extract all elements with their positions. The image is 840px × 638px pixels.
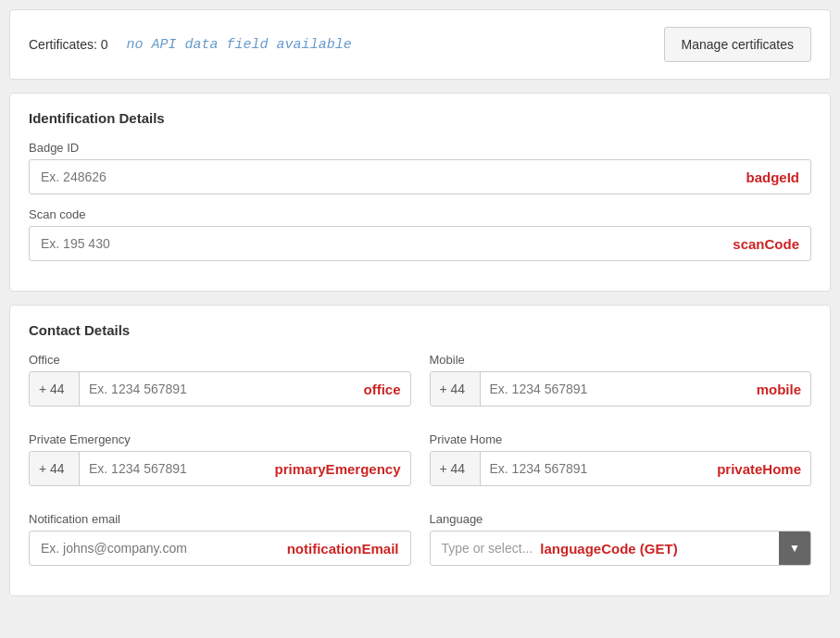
private-emergency-phone-wrapper: + 44 primaryEmergency	[29, 451, 411, 486]
language-select-inner: Type or select... languageCode (GET)	[431, 541, 780, 557]
office-api-label: office	[363, 382, 400, 397]
identification-section: Identification Details Badge ID badgeId …	[9, 93, 831, 292]
badge-id-group: Badge ID badgeId	[29, 141, 811, 194]
scan-code-label: Scan code	[29, 207, 811, 221]
mobile-phone-inner[interactable]: mobile	[481, 382, 811, 397]
private-home-group: Private Home + 44 privateHome	[430, 432, 812, 486]
manage-certificates-button[interactable]: Manage certificates	[664, 27, 811, 62]
language-dropdown-arrow[interactable]: ▼	[779, 532, 810, 565]
private-home-phone-wrapper: + 44 privateHome	[430, 451, 812, 486]
private-emergency-phone-input[interactable]	[89, 461, 268, 476]
language-api-label: languageCode (GET)	[540, 541, 677, 557]
notification-email-group: Notification email notificationEmail	[29, 512, 411, 566]
private-home-label: Private Home	[430, 432, 812, 446]
badge-id-api-label: badgeId	[746, 169, 799, 185]
notification-email-api-label: notificationEmail	[287, 541, 399, 557]
language-group: Language Type or select... languageCode …	[430, 512, 812, 566]
badge-id-input[interactable]	[41, 169, 738, 184]
mobile-api-label: mobile	[757, 382, 801, 397]
certificates-row: Certificates: 0 no API data field availa…	[29, 27, 811, 62]
scan-code-api-label: scanCode	[733, 236, 799, 252]
certificates-section: Certificates: 0 no API data field availa…	[9, 9, 831, 80]
private-home-api-label: privateHome	[717, 461, 801, 477]
notification-email-label: Notification email	[29, 512, 411, 526]
mobile-label: Mobile	[430, 353, 812, 367]
contact-grid: Office + 44 office Mobile + 44 mobile	[29, 353, 811, 579]
private-home-phone-inner[interactable]: privateHome	[481, 461, 811, 477]
mobile-phone-input[interactable]	[490, 382, 749, 396]
office-label: Office	[29, 353, 411, 367]
language-label: Language	[430, 512, 812, 526]
contact-section-title: Contact Details	[29, 322, 811, 338]
language-placeholder: Type or select...	[442, 541, 533, 556]
scan-code-field[interactable]: scanCode	[29, 226, 811, 261]
private-emergency-phone-inner[interactable]: primaryEmergency	[80, 461, 410, 477]
cert-count: Certificates: 0	[29, 37, 108, 52]
notification-email-field[interactable]: notificationEmail	[29, 531, 411, 566]
office-phone-input[interactable]	[89, 382, 356, 396]
badge-id-field[interactable]: badgeId	[29, 159, 811, 194]
contact-section: Contact Details Office + 44 office Mobil…	[9, 305, 831, 596]
scan-code-input[interactable]	[41, 236, 725, 251]
office-group: Office + 44 office	[29, 353, 411, 407]
api-notice: no API data field available	[127, 37, 352, 53]
private-home-country-code: + 44	[431, 452, 481, 485]
private-emergency-country-code: + 44	[30, 452, 80, 485]
office-phone-wrapper: + 44 office	[29, 371, 411, 407]
private-emergency-label: Private Emergency	[29, 432, 411, 446]
office-phone-inner[interactable]: office	[80, 382, 410, 397]
mobile-group: Mobile + 44 mobile	[430, 353, 812, 407]
certificates-left: Certificates: 0 no API data field availa…	[29, 37, 352, 53]
language-select-wrapper[interactable]: Type or select... languageCode (GET) ▼	[430, 531, 812, 566]
identification-section-title: Identification Details	[29, 110, 811, 126]
office-country-code: + 44	[30, 372, 80, 406]
scan-code-group: Scan code scanCode	[29, 207, 811, 261]
private-home-phone-input[interactable]	[490, 461, 710, 476]
mobile-country-code: + 44	[431, 372, 481, 406]
private-emergency-api-label: primaryEmergency	[275, 461, 401, 477]
badge-id-label: Badge ID	[29, 141, 811, 155]
private-emergency-group: Private Emergency + 44 primaryEmergency	[29, 432, 411, 486]
notification-email-input[interactable]	[41, 541, 280, 556]
mobile-phone-wrapper: + 44 mobile	[430, 371, 812, 407]
